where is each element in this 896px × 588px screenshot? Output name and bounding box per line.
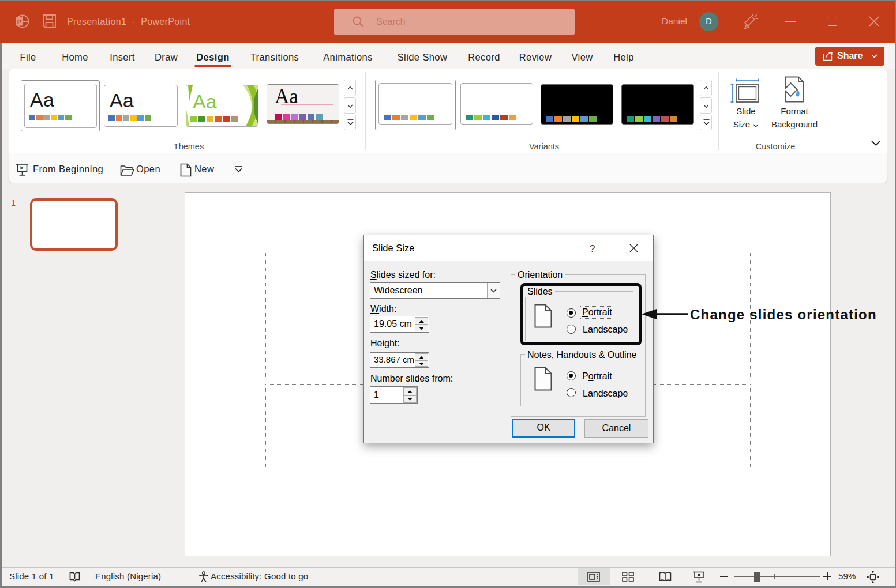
- svg-text:P: P: [17, 18, 22, 25]
- svg-text:Aa: Aa: [193, 91, 217, 112]
